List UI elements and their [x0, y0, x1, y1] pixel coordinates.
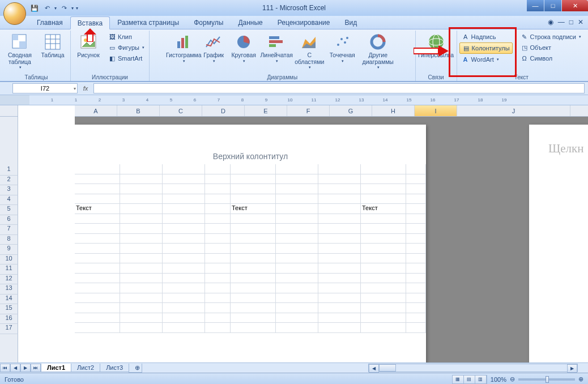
save-icon[interactable]: 💾 [29, 3, 40, 13]
textbox-button[interactable]: AНадпись [459, 32, 513, 42]
rowhdr-9[interactable]: 9 [0, 245, 18, 255]
first-sheet-button[interactable]: ⏮ [0, 364, 10, 372]
table-button[interactable]: Таблица [37, 32, 68, 60]
last-sheet-button[interactable]: ⏭ [31, 364, 41, 372]
row-headers[interactable]: 1234567891011121314151617 [0, 165, 18, 334]
object-button[interactable]: ◳Объект [518, 42, 583, 53]
minimize-button[interactable]: — [527, 0, 544, 11]
minimize-ribbon-icon[interactable]: — [558, 18, 565, 26]
restore-window-icon[interactable]: □ [569, 18, 573, 26]
new-sheet-button[interactable]: ⊕ [129, 364, 142, 373]
rowhdr-6[interactable]: 6 [0, 215, 18, 225]
next-sheet-button[interactable]: ▶ [20, 364, 31, 372]
tab-home[interactable]: Главная [29, 16, 70, 29]
tab-review[interactable]: Рецензирование [270, 16, 338, 29]
colhdr-H[interactable]: H [372, 105, 415, 116]
sigline-button[interactable]: ✎Строка подписи▾ [518, 32, 583, 42]
rowhdr-15[interactable]: 15 [0, 304, 18, 314]
redo-icon[interactable]: ↷ [59, 3, 69, 13]
symbol-button[interactable]: ΩСимвол [518, 53, 583, 63]
sheet-tab-3[interactable]: Лист3 [100, 364, 129, 372]
colhdr-I[interactable]: I [415, 105, 457, 116]
colhdr-A[interactable]: A [75, 105, 117, 116]
colhdr-B[interactable]: B [117, 105, 160, 116]
close-button[interactable]: ✕ [562, 0, 588, 11]
rowhdr-17[interactable]: 17 [0, 324, 18, 334]
zoom-slider[interactable] [518, 378, 575, 381]
column-headers[interactable]: ABCDEFGHIJ [75, 105, 588, 117]
scatter-chart-button[interactable]: Точечная▾ [327, 32, 357, 64]
other-charts-button[interactable]: Другие диаграммы▾ [360, 32, 396, 71]
name-box[interactable]: I72▾ [12, 83, 78, 93]
qat-customize[interactable]: ▾ [76, 6, 78, 11]
sheet-tab-1[interactable]: Лист1 [41, 364, 71, 372]
line-chart-button[interactable]: График▾ [201, 32, 226, 64]
rowhdr-10[interactable]: 10 [0, 255, 18, 265]
svg-rect-10 [177, 41, 180, 48]
tab-data[interactable]: Данные [231, 16, 270, 29]
red-arrow-picture [84, 28, 96, 42]
pie-chart-button[interactable]: Круговая▾ [228, 32, 259, 64]
rowhdr-1[interactable]: 1 [0, 165, 18, 176]
rowhdr-11[interactable]: 11 [0, 264, 18, 275]
tab-formulas[interactable]: Формулы [186, 16, 231, 29]
redo-dropdown[interactable]: ▾ [71, 6, 74, 11]
colhdr-C[interactable]: C [160, 105, 202, 116]
fx-button[interactable]: fx [78, 85, 93, 92]
svg-rect-16 [269, 44, 276, 47]
svg-rect-29 [87, 34, 93, 42]
colhdr-E[interactable]: E [245, 105, 287, 116]
clip-button[interactable]: 🖼Клип [106, 32, 147, 42]
cells-grid[interactable]: ТекстТекстТекст [75, 164, 426, 333]
zoom-in-button[interactable]: ⊕ [578, 376, 583, 383]
click-to-add-hint: Щелкн [548, 142, 588, 156]
rowhdr-14[interactable]: 14 [0, 295, 18, 305]
rowhdr-13[interactable]: 13 [0, 284, 18, 295]
wordart-button[interactable]: AWordArt▾ [459, 54, 513, 65]
colhdr-F[interactable]: F [287, 105, 330, 116]
undo-icon[interactable]: ↶ [42, 3, 52, 13]
undo-dropdown[interactable]: ▾ [54, 6, 57, 11]
headerfooter-button[interactable]: ▤Колонтитулы [459, 42, 513, 54]
sheet-tab-2[interactable]: Лист2 [71, 364, 100, 372]
zoom-level[interactable]: 100% [491, 376, 506, 383]
pagelayout-view-icon[interactable]: ▤ [464, 376, 475, 383]
bar-chart-button[interactable]: Линейчатая▾ [261, 32, 292, 64]
rowhdr-8[interactable]: 8 [0, 235, 18, 245]
tab-view[interactable]: Вид [337, 16, 364, 29]
svg-rect-15 [269, 40, 283, 43]
rowhdr-12[interactable]: 12 [0, 275, 18, 285]
zoom-out-button[interactable]: ⊖ [510, 376, 515, 383]
rowhdr-3[interactable]: 3 [0, 185, 18, 195]
tab-insert[interactable]: Вставка [70, 16, 110, 29]
horizontal-scrollbar[interactable]: ◀▶ [368, 364, 578, 372]
rowhdr-4[interactable]: 4 [0, 195, 18, 206]
prev-sheet-button[interactable]: ◀ [10, 364, 20, 372]
help-icon[interactable]: ◉ [548, 18, 553, 26]
view-buttons[interactable]: ▦ ▤ ▥ [452, 375, 487, 384]
rowhdr-16[interactable]: 16 [0, 314, 18, 325]
svg-marker-30 [84, 28, 96, 35]
rowhdr-5[interactable]: 5 [0, 205, 18, 215]
pagebreak-view-icon[interactable]: ▥ [475, 376, 487, 383]
pivot-table-button[interactable]: Сводная таблица▾ [5, 32, 35, 71]
office-button[interactable] [3, 2, 26, 25]
colhdr-G[interactable]: G [330, 105, 372, 116]
shapes-button[interactable]: ▭Фигуры▾ [106, 42, 147, 53]
normal-view-icon[interactable]: ▦ [453, 376, 464, 383]
tab-pagelayout[interactable]: Разметка страницы [110, 16, 186, 29]
formula-input[interactable] [93, 83, 585, 93]
rowhdr-7[interactable]: 7 [0, 225, 18, 235]
smartart-button[interactable]: ◧SmartArt [106, 53, 147, 63]
page-2-hint[interactable]: Щелкн [529, 125, 588, 362]
colhdr-D[interactable]: D [202, 105, 245, 116]
line-chart-icon [204, 33, 223, 51]
close-workbook-icon[interactable]: ✕ [578, 18, 583, 26]
area-chart-button[interactable]: С областями▾ [294, 32, 325, 71]
column-chart-button[interactable]: Гистограмма▾ [168, 32, 199, 64]
header-placeholder[interactable]: Верхний колонтитул [75, 152, 426, 161]
rowhdr-2[interactable]: 2 [0, 176, 18, 186]
clip-icon: 🖼 [108, 33, 116, 41]
colhdr-J[interactable]: J [457, 105, 570, 116]
maximize-button[interactable]: □ [544, 0, 561, 11]
